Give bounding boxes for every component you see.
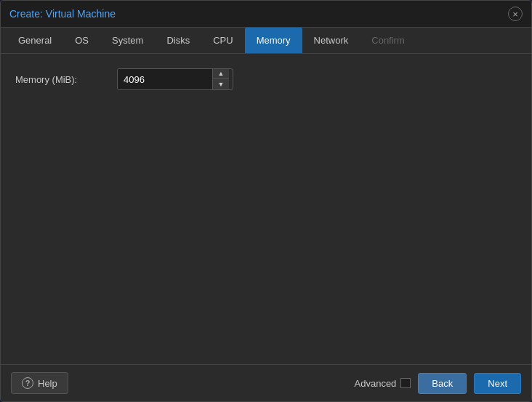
spinner-buttons: ▲ ▼ — [212, 69, 229, 89]
tab-os[interactable]: OS — [63, 28, 100, 53]
tab-system[interactable]: System — [100, 28, 155, 53]
memory-label: Memory (MiB): — [15, 74, 117, 85]
spin-down-button[interactable]: ▼ — [213, 79, 229, 89]
advanced-checkbox[interactable] — [400, 378, 411, 388]
tab-general[interactable]: General — [7, 28, 63, 53]
tab-disks[interactable]: Disks — [155, 28, 201, 53]
advanced-area: Advanced — [355, 378, 411, 389]
spin-up-button[interactable]: ▲ — [213, 69, 229, 79]
next-button[interactable]: Next — [474, 373, 521, 394]
footer: ? Help Advanced Back Next — [1, 364, 531, 401]
tab-confirm: Confirm — [360, 28, 416, 53]
tab-network[interactable]: Network — [302, 28, 360, 53]
memory-input[interactable] — [118, 69, 212, 89]
advanced-label: Advanced — [355, 378, 397, 389]
memory-spinner: ▲ ▼ — [117, 68, 233, 90]
create-vm-dialog: Create: Virtual Machine × General OS Sys… — [0, 0, 532, 402]
help-icon: ? — [22, 377, 33, 389]
close-button[interactable]: × — [508, 7, 523, 21]
tab-memory[interactable]: Memory — [245, 28, 302, 53]
dialog-title: Create: Virtual Machine — [9, 8, 116, 20]
memory-row: Memory (MiB): ▲ ▼ — [15, 68, 517, 90]
help-label: Help — [38, 378, 57, 389]
tab-cpu[interactable]: CPU — [201, 28, 244, 53]
content-area: Memory (MiB): ▲ ▼ — [1, 54, 531, 364]
tab-bar: General OS System Disks CPU Memory Netwo… — [1, 28, 531, 54]
help-button[interactable]: ? Help — [11, 372, 68, 394]
title-bar: Create: Virtual Machine × — [1, 1, 531, 28]
footer-right: Advanced Back Next — [355, 373, 521, 394]
back-button[interactable]: Back — [418, 373, 467, 394]
